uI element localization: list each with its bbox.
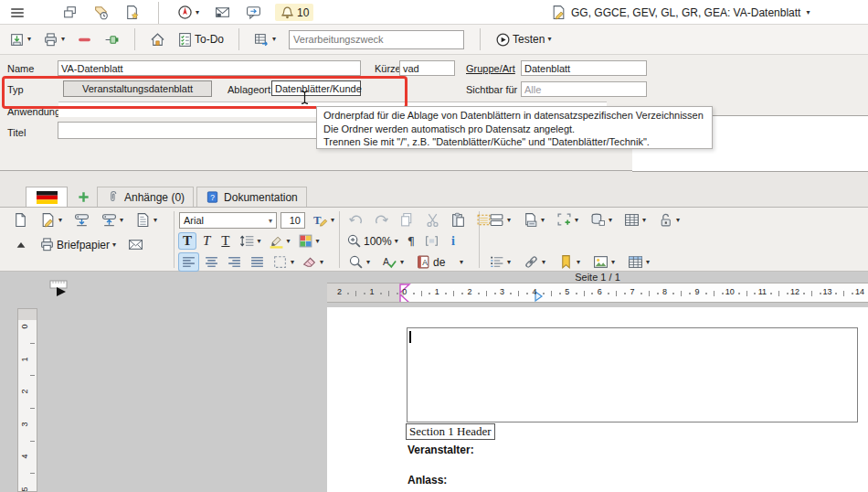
tooltip-line-1: Ordnerpfad für die Ablage von Datenblätt… — [323, 109, 705, 123]
borders-button[interactable]: ▾ — [270, 253, 296, 271]
add-language-button[interactable] — [75, 189, 92, 205]
search-button[interactable]: ▾ — [346, 253, 372, 271]
print-button[interactable]: ▾ — [41, 31, 67, 48]
verarbeitungszweck-input[interactable] — [289, 30, 464, 49]
tab-stop-selector[interactable] — [49, 280, 71, 302]
export-document-button[interactable]: ▾ — [100, 211, 125, 229]
notifications-button[interactable]: 10 — [275, 4, 313, 21]
ruler-tick — [30, 441, 35, 442]
kuerzel-input[interactable]: vad — [399, 60, 455, 76]
document-text-button[interactable]: ▾ — [133, 211, 159, 229]
frame-plus-icon — [556, 212, 572, 228]
ruler-dot — [672, 293, 674, 294]
tab-anhaenge-label: Anhänge (0) — [124, 191, 185, 204]
recent-tags-button[interactable] — [91, 4, 111, 21]
edit-document-button[interactable]: ▾ — [38, 211, 64, 229]
document-merge-button[interactable]: ▾ — [521, 211, 546, 229]
connector-button[interactable] — [102, 31, 122, 48]
editor-toolbar-language-row: ▾A▾Ade▾ — [346, 253, 465, 271]
favorites-button[interactable] — [122, 4, 142, 21]
ruler-number: 0 — [20, 324, 29, 328]
ruler-number: 13 — [822, 287, 831, 296]
info-button[interactable]: i — [447, 234, 460, 249]
bookmark-button[interactable]: ▾ — [556, 253, 582, 271]
font-color-button[interactable]: ▾ — [296, 232, 322, 250]
dictionary-button[interactable]: Ade▾ — [414, 253, 465, 271]
tab-anhaenge[interactable]: Anhänge (0) — [97, 187, 194, 207]
list-export-button[interactable]: ▾ — [252, 31, 278, 48]
sichtbar-input[interactable]: Alle — [521, 81, 647, 97]
page-style-button[interactable]: ▾ — [487, 211, 513, 229]
language-tab[interactable] — [26, 187, 68, 207]
todo-button[interactable]: To-Do — [175, 31, 226, 48]
windows-button[interactable] — [60, 4, 79, 21]
messages-button[interactable] — [244, 4, 263, 21]
insert-table-button[interactable]: ▾ — [622, 211, 648, 229]
mail-button[interactable] — [213, 4, 232, 21]
hyperlink-button[interactable]: ▾ — [522, 253, 547, 271]
gruppe-art-input[interactable]: Datenblatt — [521, 60, 647, 76]
undo-icon — [348, 212, 364, 228]
copy-button[interactable] — [397, 211, 417, 229]
table-format-button[interactable]: ▾ — [626, 253, 651, 271]
italic-button[interactable]: T — [199, 233, 214, 249]
export-doc-icon — [101, 212, 117, 228]
new-document-button[interactable] — [11, 211, 30, 229]
zoom-button-label: 100% — [364, 235, 392, 248]
redo-button[interactable] — [372, 211, 391, 229]
ruler-dot — [608, 293, 609, 294]
align-justify-button[interactable] — [248, 253, 267, 271]
name-input[interactable]: VA-Datenblatt — [58, 60, 361, 76]
clear-format-button[interactable]: ▾ — [300, 253, 325, 271]
vertical-ruler[interactable]: 012345 — [17, 308, 37, 492]
navigate-button[interactable]: ▾ — [175, 4, 201, 21]
font-size-input[interactable]: 10 — [281, 212, 305, 229]
testen-button[interactable]: Testen▾ — [493, 31, 553, 48]
data-source-button[interactable]: ▾ — [588, 211, 614, 229]
email-document-button[interactable] — [126, 236, 145, 253]
align-center-button[interactable] — [202, 253, 221, 271]
paste-button[interactable] — [449, 211, 468, 229]
window-title-selector[interactable]: GG, GGCE, GEV, GL, GR, GEA: VA-Datenblat… — [551, 4, 810, 21]
sichtbar-label: Sichtbar für — [466, 84, 517, 95]
section-header-field[interactable]: Section 1 Header — [406, 423, 495, 440]
remove-button[interactable] — [75, 31, 94, 48]
zoom-button[interactable]: 100%▾ — [344, 232, 400, 250]
protection-button[interactable]: ▾ — [656, 211, 682, 229]
horizontal-ruler[interactable]: 2101234567891011121314 — [327, 283, 868, 303]
import-document-button[interactable] — [72, 211, 91, 229]
chevron-down-icon: ▾ — [196, 9, 199, 16]
bold-button[interactable]: T — [179, 233, 196, 249]
notifications-button-label: 10 — [297, 6, 309, 19]
gruppe-art-label[interactable]: Gruppe/Art — [466, 63, 515, 74]
undo-button[interactable] — [346, 211, 365, 229]
briefpapier-button[interactable]: Briefpapier▾ — [37, 236, 118, 253]
insert-frame-button[interactable]: ▾ — [555, 211, 580, 229]
highlight-button[interactable]: ▾ — [267, 232, 292, 250]
ruler-number: 2 — [467, 287, 471, 296]
formatting-marks-button[interactable]: ¶ — [406, 234, 417, 248]
home-button[interactable] — [148, 31, 167, 48]
align-left-icon — [181, 254, 196, 270]
font-name-select[interactable]: Arial ▾ — [179, 212, 277, 229]
tab-dokumentation[interactable]: ? Dokumentation — [196, 187, 307, 207]
veranstalter-label: Veranstalter: — [408, 444, 474, 456]
insert-image-button[interactable]: ▾ — [591, 253, 617, 271]
underline-button[interactable]: T — [217, 233, 233, 249]
header-text-frame[interactable] — [407, 327, 858, 422]
align-left-button[interactable] — [179, 253, 198, 271]
main-menu-button[interactable] — [7, 4, 27, 22]
field-icon — [424, 233, 439, 249]
save-button[interactable]: ▾ — [7, 31, 33, 48]
character-format-button[interactable]: T▾ — [311, 211, 336, 229]
collapse-toolbar-button[interactable] — [13, 238, 29, 252]
ruler-tick — [584, 291, 585, 296]
editor-toolbar-view-row: 100%▾¶i — [344, 232, 460, 250]
editor-toolbar-objects-row: ▾▾▾▾▾ — [487, 253, 651, 271]
line-spacing-button[interactable]: ▾ — [238, 232, 263, 250]
cut-button[interactable] — [423, 211, 442, 229]
field-shading-button[interactable] — [422, 232, 441, 250]
list-style-button[interactable]: ▾ — [487, 253, 513, 271]
spellcheck-button[interactable]: A▾ — [380, 253, 406, 271]
align-right-button[interactable] — [225, 253, 244, 271]
